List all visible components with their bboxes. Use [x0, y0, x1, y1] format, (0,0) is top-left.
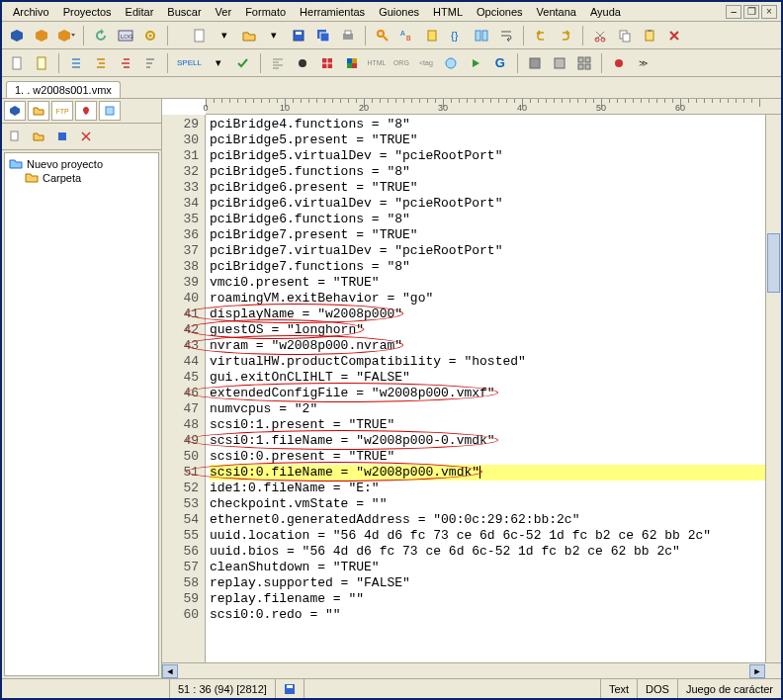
code-line[interactable]: pciBridge6.virtualDev = "pcieRootPort": [210, 196, 777, 212]
template-icon[interactable]: [31, 52, 52, 74]
indent-icon[interactable]: [90, 52, 112, 74]
replace-icon[interactable]: AB: [396, 25, 418, 46]
code-line[interactable]: extendedConfigFile = "w2008p000.vmxf": [210, 386, 777, 401]
code-line[interactable]: displayName = "w2008p000": [210, 306, 777, 322]
compare-icon[interactable]: [471, 25, 492, 46]
sidebar-tab-clip[interactable]: [99, 101, 121, 121]
list-icon[interactable]: [65, 52, 87, 74]
code-line[interactable]: replay.supported = "FALSE": [210, 575, 777, 591]
code-line[interactable]: pciBridge7.functions = "8": [210, 259, 777, 275]
grid-icon[interactable]: [316, 52, 338, 74]
scroll-left-icon[interactable]: ◄: [162, 664, 178, 678]
menu-ventana[interactable]: Ventana: [530, 4, 583, 20]
code-line[interactable]: numvcpus = "2": [210, 401, 777, 417]
refresh-icon[interactable]: [90, 25, 112, 46]
spell-dropdown-icon[interactable]: ▾: [208, 52, 229, 74]
file-tab[interactable]: 1. . w2008s001.vmx: [6, 81, 121, 98]
log-icon[interactable]: LOG: [115, 25, 136, 46]
sidebar-save-icon[interactable]: [51, 126, 73, 147]
find-icon[interactable]: [372, 25, 393, 46]
code-line[interactable]: guestOS = "longhorn": [210, 322, 777, 338]
code-line[interactable]: roamingVM.exitBehavior = "go": [210, 291, 777, 306]
hex-orange-icon[interactable]: [31, 25, 52, 46]
gear-icon[interactable]: [139, 25, 161, 46]
code-line[interactable]: gui.exitOnCLIHLT = "FALSE": [210, 370, 777, 386]
code-line[interactable]: pciBridge5.present = "TRUE": [210, 132, 777, 148]
code-line[interactable]: scsi0:0.present = "TRUE": [210, 449, 777, 465]
window-icon-1[interactable]: [524, 52, 546, 74]
run-icon[interactable]: [465, 52, 486, 74]
undo-icon[interactable]: [530, 25, 552, 46]
tag-icon[interactable]: <tag: [415, 52, 437, 74]
menu-herramientas[interactable]: Herramientas: [293, 4, 372, 20]
align-left-icon[interactable]: [267, 52, 289, 74]
tree-root[interactable]: Nuevo proyecto: [9, 157, 154, 171]
code-line[interactable]: pciBridge4.functions = "8": [210, 117, 777, 132]
close-button[interactable]: ×: [761, 5, 777, 19]
org-icon[interactable]: ORG: [391, 52, 412, 74]
menu-editar[interactable]: Editar: [119, 4, 161, 20]
code-line[interactable]: pciBridge7.virtualDev = "pcieRootPort": [210, 243, 777, 259]
sidebar-tab-files[interactable]: [28, 101, 49, 121]
code-line[interactable]: checkpoint.vmState = "": [210, 496, 777, 512]
cut-icon[interactable]: [589, 25, 611, 46]
menu-buscar[interactable]: Buscar: [160, 4, 208, 20]
sidebar-tab-ftp[interactable]: FTP: [51, 101, 73, 121]
sidebar-tab-project[interactable]: [4, 101, 26, 121]
code-line[interactable]: ide1:0.fileName = "E:": [210, 481, 777, 496]
tile-icon[interactable]: [573, 52, 595, 74]
code-line[interactable]: scsi0:1.fileName = "w2008p000-0.vmdk": [210, 433, 777, 449]
code-line[interactable]: virtualHW.productCompatibility = "hosted…: [210, 354, 777, 370]
record-red-icon[interactable]: [608, 52, 630, 74]
horizontal-scrollbar[interactable]: ◄ ►: [162, 662, 781, 678]
color-icon[interactable]: [341, 52, 363, 74]
sidebar-new-icon[interactable]: [4, 126, 26, 147]
macro-icon[interactable]: ≫: [633, 52, 654, 74]
code-line[interactable]: uuid.bios = "56 4d d6 fc 73 ce 6d 6c-52 …: [210, 544, 777, 560]
new-dropdown-icon[interactable]: ▾: [214, 25, 235, 46]
code-line[interactable]: vmci0.present = "TRUE": [210, 275, 777, 291]
project-tree[interactable]: Nuevo proyecto Carpeta: [4, 152, 159, 676]
copy-icon[interactable]: [614, 25, 636, 46]
wrap-icon[interactable]: [495, 25, 517, 46]
open-dropdown-icon[interactable]: ▾: [263, 25, 285, 46]
restore-button[interactable]: ❐: [743, 5, 759, 19]
paste-icon[interactable]: [639, 25, 660, 46]
spell-icon[interactable]: SPELL: [174, 52, 205, 74]
google-icon[interactable]: G: [489, 52, 511, 74]
sort-icon[interactable]: [139, 52, 161, 74]
menu-proyectos[interactable]: Proyectos: [56, 4, 119, 20]
status-save-icon[interactable]: [276, 679, 304, 698]
new-file-icon[interactable]: [189, 25, 211, 46]
code-line[interactable]: pciBridge7.present = "TRUE": [210, 227, 777, 243]
save-all-icon[interactable]: [312, 25, 334, 46]
code-area[interactable]: 2930313233343536373839404142434445464748…: [162, 115, 781, 662]
globe-icon[interactable]: [440, 52, 462, 74]
code-line[interactable]: replay.filename = "": [210, 591, 777, 607]
menu-ayuda[interactable]: Ayuda: [583, 4, 628, 20]
menu-guiones[interactable]: Guiones: [372, 4, 426, 20]
code-line[interactable]: pciBridge5.functions = "8": [210, 164, 777, 180]
outdent-icon[interactable]: [115, 52, 136, 74]
brackets-icon[interactable]: {}: [446, 25, 468, 46]
menu-archivo[interactable]: Archivo: [6, 4, 56, 20]
save-icon[interactable]: [288, 25, 309, 46]
code-line[interactable]: scsi0:0.redo = "": [210, 607, 777, 623]
window-icon-2[interactable]: [549, 52, 570, 74]
sidebar-delete-icon[interactable]: [75, 126, 97, 147]
html-tool-icon[interactable]: HTML: [366, 52, 388, 74]
code-line[interactable]: ethernet0.generatedAddress = "00:0c:29:6…: [210, 512, 777, 528]
minimize-button[interactable]: ‒: [726, 5, 741, 19]
open-icon[interactable]: [238, 25, 260, 46]
tree-child[interactable]: Carpeta: [9, 171, 154, 185]
print-icon[interactable]: [337, 25, 359, 46]
hex-dropdown-icon[interactable]: [55, 25, 77, 46]
record-icon[interactable]: [292, 52, 313, 74]
code-content[interactable]: pciBridge4.functions = "8"pciBridge5.pre…: [206, 115, 781, 662]
menu-formato[interactable]: Formato: [238, 4, 293, 20]
redo-icon[interactable]: [555, 25, 576, 46]
code-line[interactable]: pciBridge5.virtualDev = "pcieRootPort": [210, 148, 777, 164]
page-icon[interactable]: [6, 52, 28, 74]
code-line[interactable]: pciBridge6.functions = "8": [210, 212, 777, 227]
code-line[interactable]: pciBridge6.present = "TRUE": [210, 180, 777, 196]
